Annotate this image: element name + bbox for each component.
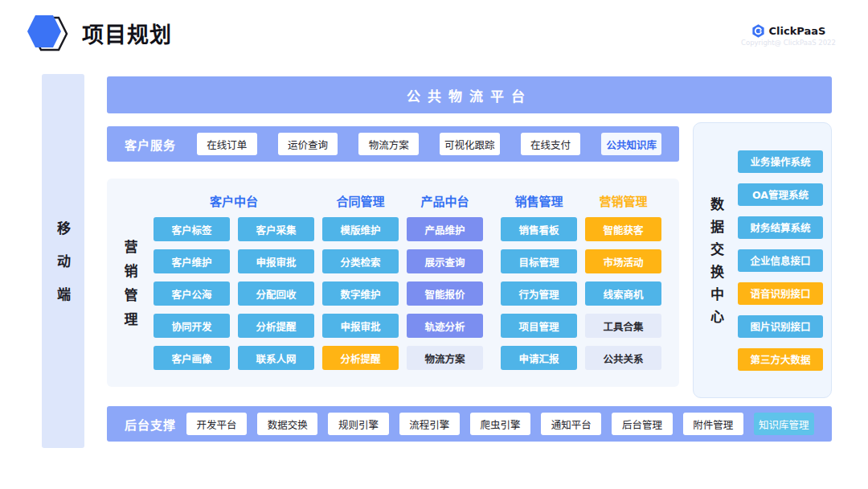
button-goal-management[interactable]: 目标管理 (501, 249, 577, 273)
button-collaborative-development[interactable]: 协同开发 (154, 314, 230, 338)
button-customer-collection[interactable]: 客户采集 (238, 217, 314, 241)
button-contact-network[interactable]: 联系人网 (238, 346, 314, 370)
button-allocation-recovery[interactable]: 分配回收 (238, 281, 314, 306)
button-data-exchange[interactable]: 数据交换 (257, 413, 317, 435)
data-exchange-items: 业务操作系统 OA管理系统 财务结算系统 企业信息接口 语音识别接口 图片识别接… (738, 150, 823, 371)
marketing-management-panel: 营销管理 客户中台 合同管理 产品中台 销售管理 营销管理 客户标签 客户维护 … (107, 179, 679, 387)
mobile-side-bar-label: 移动端 (53, 202, 73, 320)
grid-column-2: 客户采集 申报审批 分配回收 分析提醒 联系人网 (238, 217, 314, 370)
button-image-recognition-interface[interactable]: 图片识别接口 (738, 315, 823, 338)
grid-column-3: 模版维护 分类检索 数字维护 申报审批 分析提醒 (322, 217, 399, 370)
page-title: 项目规划 (82, 18, 172, 49)
button-business-operation-system[interactable]: 业务操作系统 (738, 150, 823, 173)
header: 项目规划 (24, 13, 172, 53)
customer-service-label: 客户服务 (125, 136, 176, 153)
button-category-search[interactable]: 分类检索 (322, 249, 399, 273)
page: 项目规划 ClickPaaS Copyright@ ClickPaaS 2022… (0, 0, 868, 489)
button-backend-management[interactable]: 后台管理 (612, 413, 672, 435)
button-project-management[interactable]: 项目管理 (501, 314, 577, 338)
button-online-order[interactable]: 在线订单 (197, 133, 257, 155)
button-lead-opportunity[interactable]: 线索商机 (585, 281, 661, 306)
grid-headers: 客户中台 合同管理 产品中台 销售管理 营销管理 (154, 190, 661, 211)
brand-name: ClickPaaS (769, 25, 826, 37)
button-oa-management-system[interactable]: OA管理系统 (738, 183, 823, 206)
grid-column-5: 销售看板 目标管理 行为管理 项目管理 申请汇报 (501, 217, 577, 370)
grid-column-1: 客户标签 客户维护 客户公海 协同开发 客户画像 (154, 217, 230, 370)
data-exchange-panel: 数据交换中心 业务操作系统 OA管理系统 财务结算系统 企业信息接口 语音识别接… (693, 122, 832, 398)
button-product-maintenance[interactable]: 产品维护 (407, 217, 483, 241)
button-digital-maintenance[interactable]: 数字维护 (322, 281, 399, 306)
button-template-maintenance[interactable]: 模版维护 (322, 217, 399, 241)
button-crawler-engine[interactable]: 爬虫引擎 (470, 413, 530, 435)
button-smart-quotation[interactable]: 智能报价 (407, 281, 483, 306)
button-tool-collection[interactable]: 工具合集 (585, 314, 661, 338)
button-customer-portrait[interactable]: 客户画像 (154, 346, 230, 370)
button-customer-maintenance[interactable]: 客户维护 (154, 249, 230, 273)
button-declaration-approval-2[interactable]: 申报审批 (322, 314, 399, 338)
hexagon-logo-icon (24, 13, 69, 53)
header-customer-mid-platform: 客户中台 (154, 192, 314, 209)
header-product-mid-platform: 产品中台 (407, 192, 483, 209)
button-third-party-big-data[interactable]: 第三方大数据 (738, 348, 823, 371)
brand-block: ClickPaaS Copyright@ ClickPaaS 2022 (736, 24, 841, 47)
button-sales-dashboard[interactable]: 销售看板 (501, 217, 577, 241)
header-contract-management: 合同管理 (322, 192, 399, 209)
mobile-side-bar: 移动端 (42, 74, 84, 448)
data-exchange-side-label: 数据交换中心 (706, 188, 727, 332)
grid-column-6: 智能获客 市场活动 线索商机 工具合集 公共关系 (585, 217, 661, 370)
button-public-relations[interactable]: 公共关系 (585, 346, 661, 370)
button-logistics-plan-2[interactable]: 物流方案 (407, 346, 483, 370)
grid-columns: 客户标签 客户维护 客户公海 协同开发 客户画像 客户采集 申报审批 分配回收 … (154, 217, 661, 370)
banner-public-logistics-platform: 公共物流平台 (107, 76, 832, 113)
button-application-report[interactable]: 申请汇报 (501, 346, 577, 370)
button-speech-recognition-interface[interactable]: 语音识别接口 (738, 282, 823, 305)
button-online-payment[interactable]: 在线支付 (521, 133, 581, 155)
button-visual-tracking[interactable]: 可视化跟踪 (440, 133, 500, 155)
button-financial-settlement-system[interactable]: 财务结算系统 (738, 216, 823, 239)
button-analysis-reminder-2[interactable]: 分析提醒 (322, 346, 399, 370)
button-declaration-approval[interactable]: 申报审批 (238, 249, 314, 273)
button-logistics-plan[interactable]: 物流方案 (358, 133, 419, 155)
customer-service-row: 客户服务 在线订单 运价查询 物流方案 可视化跟踪 在线支付 公共知识库 (107, 126, 679, 162)
button-display-query[interactable]: 展示查询 (407, 249, 483, 273)
button-attachment-management[interactable]: 附件管理 (683, 413, 743, 435)
backend-support-label: 后台支撑 (125, 416, 176, 433)
header-marketing-management: 营销管理 (585, 192, 661, 209)
button-notification-platform[interactable]: 通知平台 (541, 413, 601, 435)
button-customer-tags[interactable]: 客户标签 (154, 217, 230, 241)
button-rule-engine[interactable]: 规则引擎 (328, 413, 388, 435)
button-process-engine[interactable]: 流程引擎 (399, 413, 460, 435)
copyright-text: Copyright@ ClickPaaS 2022 (736, 39, 841, 47)
module-grid: 客户中台 合同管理 产品中台 销售管理 营销管理 客户标签 客户维护 客户公海 … (154, 179, 661, 387)
button-smart-customer-acquisition[interactable]: 智能获客 (585, 217, 661, 241)
button-freight-query[interactable]: 运价查询 (278, 133, 338, 155)
header-sales-management: 销售管理 (501, 192, 577, 209)
backend-support-row: 后台支撑 开发平台 数据交换 规则引擎 流程引擎 爬虫引擎 通知平台 后台管理 … (107, 406, 832, 442)
banner-label: 公共物流平台 (407, 85, 532, 105)
button-enterprise-info-interface[interactable]: 企业信息接口 (738, 249, 823, 272)
button-customer-pool[interactable]: 客户公海 (154, 281, 230, 306)
button-knowledge-base-management[interactable]: 知识库管理 (754, 413, 814, 435)
button-behavior-management[interactable]: 行为管理 (501, 281, 577, 306)
button-public-knowledge-base[interactable]: 公共知识库 (601, 133, 661, 155)
button-trajectory-analysis[interactable]: 轨迹分析 (407, 314, 483, 338)
grid-column-4: 产品维护 展示查询 智能报价 轨迹分析 物流方案 (407, 217, 483, 370)
button-market-activity[interactable]: 市场活动 (585, 249, 661, 273)
marketing-side-label-wrap: 营销管理 (107, 179, 154, 387)
clickpaas-logo-icon (751, 24, 765, 38)
marketing-side-label: 营销管理 (121, 229, 141, 336)
button-development-platform[interactable]: 开发平台 (186, 413, 247, 435)
button-analysis-reminder[interactable]: 分析提醒 (238, 314, 314, 338)
